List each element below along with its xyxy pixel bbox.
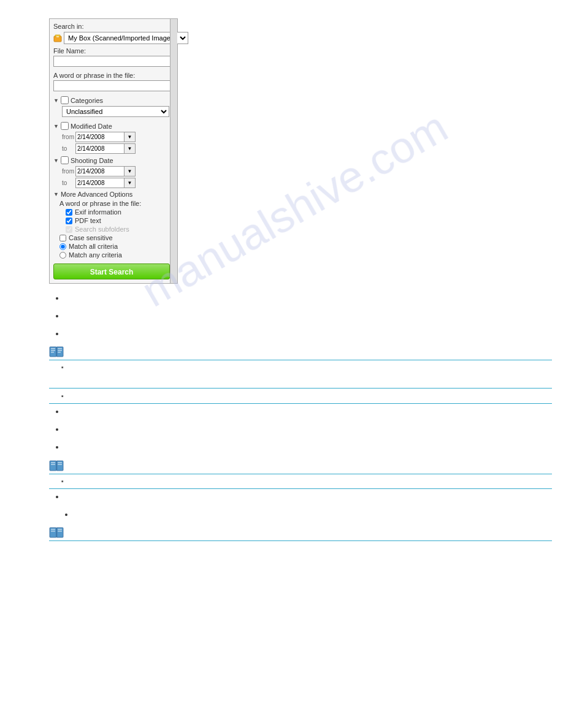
- advanced-arrow: ▼: [53, 191, 59, 197]
- advanced-options-header[interactable]: ▼ More Advanced Options: [53, 191, 174, 198]
- svg-rect-25: [58, 531, 62, 532]
- sub-divider-3: [49, 488, 552, 489]
- list-item: [64, 328, 552, 339]
- svg-rect-15: [51, 462, 55, 463]
- advanced-word-phrase-label: A word or phrase in the file:: [59, 200, 174, 207]
- shooting-to-input[interactable]: [75, 178, 124, 188]
- match-any-row: Match any criteria: [59, 251, 174, 259]
- subfolders-row: Search subfolders: [66, 226, 174, 233]
- svg-rect-24: [58, 529, 62, 530]
- watermark: manualshive.com: [133, 101, 456, 316]
- sub-divider-2: [49, 403, 552, 404]
- svg-rect-23: [51, 531, 55, 532]
- shooting-date-header[interactable]: ▼ Shooting Date: [53, 156, 174, 164]
- svg-rect-2: [56, 36, 59, 37]
- search-in-row: My Box (Scanned/Imported Images): [53, 32, 174, 44]
- match-all-row: Match all criteria: [59, 243, 174, 250]
- sub-item-1b: ▪: [61, 391, 552, 401]
- modified-from-input[interactable]: [75, 132, 124, 142]
- book-section-3: [49, 526, 552, 541]
- exif-row: Exif information: [66, 208, 174, 216]
- book-icon-1: [49, 346, 65, 358]
- book-icon-2: [49, 460, 65, 472]
- bullet-list-2: [49, 406, 552, 452]
- search-panel: Search in: My Box (Scanned/Imported Imag…: [49, 18, 178, 284]
- exif-label: Exif information: [75, 208, 121, 216]
- match-all-radio[interactable]: [59, 243, 66, 250]
- svg-rect-6: [51, 348, 55, 349]
- modified-to-label: to: [62, 145, 75, 152]
- modified-date-arrow: ▼: [53, 123, 59, 129]
- word-phrase-input[interactable]: [53, 80, 174, 91]
- svg-rect-10: [58, 350, 62, 351]
- svg-rect-17: [58, 462, 62, 463]
- categories-dropdown[interactable]: Unclassified: [62, 106, 169, 117]
- modified-date-to-row: to ▼: [62, 143, 174, 154]
- pdf-row: PDF text: [66, 217, 174, 224]
- word-phrase-label: A word or phrase in the file:: [53, 72, 174, 79]
- bullet-list-3: [49, 491, 552, 520]
- match-any-label: Match any criteria: [69, 251, 122, 259]
- list-item: [64, 424, 552, 434]
- file-name-input[interactable]: [53, 56, 174, 67]
- shooting-to-calendar-btn[interactable]: ▼: [124, 178, 136, 188]
- case-sensitive-label: Case sensitive: [69, 234, 113, 241]
- shooting-from-calendar-btn[interactable]: ▼: [124, 166, 136, 176]
- list-item: [64, 491, 552, 502]
- modified-to-calendar-btn[interactable]: ▼: [124, 143, 136, 154]
- modified-to-input[interactable]: [75, 143, 124, 154]
- list-item: [64, 406, 552, 417]
- svg-rect-16: [51, 464, 55, 465]
- shooting-date-to-row: to ▼: [62, 178, 174, 188]
- subfolders-label: Search subfolders: [75, 226, 129, 233]
- svg-rect-22: [51, 529, 55, 530]
- book-section-1: [49, 346, 552, 360]
- case-sensitive-checkbox[interactable]: [59, 235, 66, 241]
- start-search-button[interactable]: Start Search: [53, 264, 170, 279]
- modified-from-calendar-btn[interactable]: ▼: [124, 132, 136, 142]
- modified-date-label: Modified Date: [71, 123, 112, 130]
- categories-label: Categories: [71, 97, 103, 104]
- content-area: ▪ ▪ ▪: [49, 293, 552, 541]
- shooting-to-label: to: [62, 180, 75, 186]
- advanced-label: More Advanced Options: [61, 191, 132, 198]
- categories-checkbox[interactable]: [61, 96, 69, 104]
- svg-rect-7: [51, 350, 55, 351]
- bullet-list-1: [49, 293, 552, 338]
- file-name-label: File Name:: [53, 47, 174, 55]
- box-icon: [53, 33, 62, 43]
- list-item: [64, 442, 552, 452]
- modified-date-from-row: from ▼: [62, 132, 174, 142]
- modified-date-header[interactable]: ▼ Modified Date: [53, 122, 174, 130]
- list-item: [64, 311, 552, 321]
- list-item: [64, 293, 552, 303]
- sub-item-2a: ▪: [61, 476, 552, 486]
- shooting-date-checkbox[interactable]: [61, 156, 69, 164]
- list-item: [74, 509, 552, 520]
- svg-rect-8: [51, 352, 54, 353]
- match-all-label: Match all criteria: [69, 243, 118, 250]
- modified-date-checkbox[interactable]: [61, 122, 69, 130]
- book-section-2: [49, 460, 552, 474]
- spacer-1: [49, 373, 552, 385]
- shooting-date-label: Shooting Date: [71, 157, 113, 164]
- svg-rect-9: [58, 348, 62, 349]
- shooting-date-from-row: from ▼: [62, 166, 174, 176]
- sub-divider-1: [49, 388, 552, 389]
- categories-arrow: ▼: [53, 97, 59, 104]
- book-icon-3: [49, 526, 65, 539]
- pdf-label: PDF text: [75, 217, 101, 224]
- pdf-checkbox[interactable]: [66, 218, 72, 224]
- svg-rect-11: [58, 352, 61, 353]
- sub-item-1a: ▪: [61, 362, 552, 372]
- search-in-label: Search in:: [53, 23, 174, 30]
- match-any-radio[interactable]: [59, 252, 66, 259]
- scrollbar[interactable]: [170, 19, 177, 283]
- shooting-from-input[interactable]: [75, 166, 124, 176]
- modified-from-label: from: [62, 134, 75, 140]
- subfolders-checkbox[interactable]: [66, 226, 72, 233]
- svg-rect-18: [58, 464, 62, 465]
- categories-header[interactable]: ▼ Categories: [53, 96, 174, 104]
- exif-checkbox[interactable]: [66, 209, 72, 216]
- shooting-date-arrow: ▼: [53, 157, 59, 164]
